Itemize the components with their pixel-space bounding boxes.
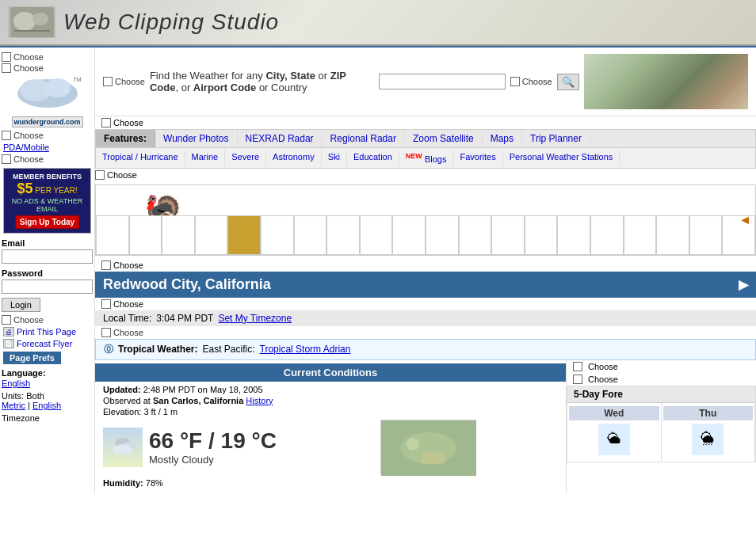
choose-button-3[interactable]: Choose — [2, 131, 93, 140]
nav-pws[interactable]: Personal Weather Stations — [503, 150, 620, 166]
conditions-forecast-row: Current Conditions Updated: 2:48 PM PDT … — [95, 360, 756, 494]
nav-nexrad-radar[interactable]: NEXRAD Radar — [238, 130, 323, 147]
observed-row: Observed at San Carlos, California Histo… — [103, 396, 558, 405]
puzzle-cell-2 — [129, 215, 162, 255]
forecast-flyer-icon: 📄 — [3, 339, 14, 348]
puzzle-choose-checkbox[interactable] — [95, 170, 105, 180]
content-area: Choose Find the Weather for any City, St… — [95, 48, 756, 494]
nav-astronomy[interactable]: Astronomy — [266, 150, 322, 166]
nav-ski[interactable]: Ski — [322, 150, 347, 166]
choose-button-2[interactable]: Choose — [2, 63, 93, 73]
features-nav: Features: Wunder Photos NEXRAD Radar Reg… — [95, 129, 756, 169]
units-section: Units: Both Metric | English — [2, 391, 93, 410]
nav-zoom-satellite[interactable]: Zoom Satellite — [405, 130, 483, 147]
nav-tropical-hurricane[interactable]: Tropical / Hurricane — [96, 150, 185, 166]
puzzle-arrow[interactable]: ◄ — [739, 213, 751, 227]
history-link[interactable]: History — [246, 396, 273, 405]
forecast-flyer-action[interactable]: 📄 Forecast Flyer — [3, 339, 91, 348]
search-choose-button[interactable]: Choose — [103, 77, 145, 86]
nav-regional-radar[interactable]: Regional Radar — [323, 130, 405, 147]
metric-link[interactable]: Metric — [2, 401, 25, 410]
signup-button[interactable]: Sign Up Today — [15, 215, 79, 229]
page-prefs-button[interactable]: Page Prefs — [3, 352, 61, 364]
print-page-action[interactable]: 🖨 Print This Page — [3, 327, 91, 337]
puzzle-cell-17 — [624, 215, 657, 255]
temp-text: 66 °F / 19 °C — [149, 428, 277, 454]
puzzle-cell-8 — [326, 215, 360, 255]
puzzle-cell-10 — [392, 215, 426, 255]
search-btn-checkbox — [510, 77, 520, 86]
nav-trip-planner[interactable]: Trip Planner — [522, 130, 590, 147]
city-choose-row-below: Choose — [95, 298, 756, 310]
puzzle-cell-11 — [426, 215, 459, 255]
conditions-body: Updated: 2:48 PM PDT on May 18, 2005 Obs… — [95, 382, 566, 491]
logo-cloud-svg — [12, 76, 83, 112]
nav-choose-checkbox[interactable] — [101, 118, 111, 127]
nav-choose-row: Choose — [95, 116, 756, 129]
wunderground-text: wunderground.com — [12, 116, 83, 127]
nav-education[interactable]: Education — [347, 150, 399, 166]
login-button[interactable]: Login — [2, 298, 40, 312]
search-btn-choose[interactable]: Choose — [510, 77, 552, 86]
password-field[interactable] — [2, 280, 93, 294]
forecast-day-0-name: Wed — [569, 406, 659, 420]
member-benefits-title: MEMBER BENEFITS — [8, 173, 86, 181]
choose-checkbox-1 — [2, 52, 11, 62]
app-title: Web Clipping Studio — [63, 10, 279, 35]
tropical-storm-link[interactable]: Tropical Storm Adrian — [260, 344, 351, 355]
choose-button-bottom[interactable]: Choose — [2, 315, 93, 325]
language-value[interactable]: English — [2, 378, 30, 388]
city-name: Redwood City, California — [103, 276, 271, 293]
city-expand-icon[interactable]: ▶ — [739, 277, 748, 292]
app-logo-icon — [8, 6, 55, 38]
forecast-choose-cb-2[interactable] — [573, 375, 582, 384]
puzzle-cell-5-filled — [227, 215, 261, 255]
nav-severe[interactable]: Severe — [225, 150, 266, 166]
local-time-choose-checkbox[interactable] — [101, 328, 111, 337]
svg-point-2 — [32, 13, 48, 25]
nav-marine[interactable]: Marine — [185, 150, 226, 166]
features-bottom-row: Tropical / Hurricane Marine Severe Astro… — [96, 148, 755, 168]
set-timezone-link[interactable]: Set My Timezone — [218, 313, 292, 324]
svg-point-10 — [113, 444, 132, 455]
puzzle-cell-7 — [294, 215, 327, 255]
city-choose-checkbox-below[interactable] — [101, 299, 111, 309]
search-button[interactable]: 🔍 — [557, 74, 579, 90]
local-time-bar: Local Time: 3:04 PM PDT Set My Timezone — [95, 310, 756, 326]
choose-checkbox-3 — [2, 131, 11, 140]
local-time-choose-row: Choose — [95, 326, 756, 339]
conditions-main: 66 °F / 19 °C Mostly Cloudy — [103, 420, 558, 475]
english-link[interactable]: English — [32, 401, 61, 410]
blogs-new-badge: NEW — [406, 152, 422, 160]
nav-wunder-photos[interactable]: Wunder Photos — [155, 130, 238, 147]
local-time-value: 3:04 PM PDT — [156, 313, 213, 324]
humidity-value: 78% — [146, 478, 163, 488]
member-benefits-banner: MEMBER BENEFITS $5 PER YEAR! NO ADS & WE… — [3, 168, 91, 234]
nav-maps[interactable]: Maps — [483, 130, 522, 147]
choose-button-pda[interactable]: Choose — [2, 154, 93, 164]
elevation-label: Elevation: — [103, 407, 141, 416]
search-input[interactable] — [379, 74, 506, 89]
nav-blogs[interactable]: NEW Blogs — [399, 150, 454, 166]
member-benefit-1: NO ADS & WEATHER EMAIL — [8, 197, 86, 213]
forecast-choose-cb-1[interactable] — [573, 362, 582, 371]
puzzle-cell-18 — [656, 215, 689, 255]
forecast-choose-row-2: Choose — [567, 373, 756, 386]
choose-button-1[interactable]: Choose — [2, 52, 93, 62]
nav-favorites[interactable]: Favorites — [453, 150, 502, 166]
puzzle-cell-9 — [360, 215, 393, 255]
print-icon: 🖨 — [3, 327, 14, 337]
city-choose-checkbox-above[interactable] — [101, 260, 111, 270]
tropical-region: East Pacific: — [202, 344, 254, 355]
units-label: Units: — [2, 391, 24, 401]
puzzle-cell-6 — [261, 215, 294, 255]
temperature-block: 66 °F / 19 °C Mostly Cloudy — [103, 420, 372, 475]
search-prompt: Find the Weather for any City, State or … — [150, 70, 374, 93]
search-area: Choose Find the Weather for any City, St… — [95, 48, 756, 116]
conditions-column: Current Conditions Updated: 2:48 PM PDT … — [95, 360, 566, 494]
email-field[interactable] — [2, 249, 93, 264]
pda-mobile-link[interactable]: PDA/Mobile — [3, 143, 91, 152]
header-photo — [584, 54, 748, 109]
features-top-row: Features: Wunder Photos NEXRAD Radar Reg… — [96, 130, 755, 148]
humidity-row: Humidity: 78% — [103, 478, 558, 488]
